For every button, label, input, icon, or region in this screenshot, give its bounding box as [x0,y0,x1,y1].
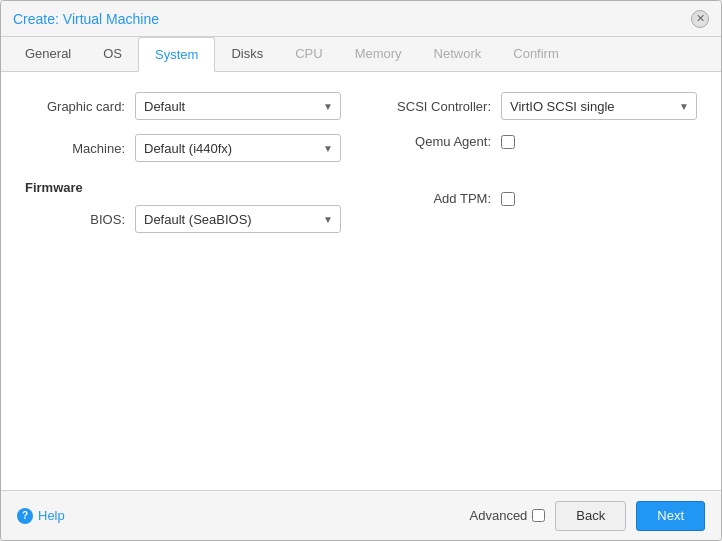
tab-network: Network [418,37,498,72]
qemu-agent-row: Qemu Agent: [381,134,697,149]
scsi-controller-label: SCSI Controller: [381,99,501,114]
machine-row: Machine: Default (i440fx) q35 ▼ [25,134,341,162]
graphic-card-label: Graphic card: [25,99,135,114]
bios-row: BIOS: Default (SeaBIOS) OVMF (UEFI) ▼ [25,205,341,233]
right-column: SCSI Controller: VirtIO SCSI single Virt… [381,92,697,247]
next-button[interactable]: Next [636,501,705,531]
content-area: Graphic card: Default VirtIO-GPU VMware … [1,72,721,490]
machine-label: Machine: [25,141,135,156]
advanced-checkbox[interactable] [532,509,545,522]
form-grid: Graphic card: Default VirtIO-GPU VMware … [25,92,697,247]
footer-right: Advanced Back Next [470,501,705,531]
add-tpm-label: Add TPM: [381,191,501,206]
main-window: Create: Virtual Machine ✕ General OS Sys… [0,0,722,541]
graphic-card-row: Graphic card: Default VirtIO-GPU VMware … [25,92,341,120]
add-tpm-row: Add TPM: [381,191,697,206]
bios-select[interactable]: Default (SeaBIOS) OVMF (UEFI) [135,205,341,233]
tab-general[interactable]: General [9,37,87,72]
footer-left: ? Help [17,508,65,524]
back-button[interactable]: Back [555,501,626,531]
tab-disks[interactable]: Disks [215,37,279,72]
bios-select-wrapper: Default (SeaBIOS) OVMF (UEFI) ▼ [135,205,341,233]
close-button[interactable]: ✕ [691,10,709,28]
scsi-controller-row: SCSI Controller: VirtIO SCSI single Virt… [381,92,697,120]
scsi-select-wrapper: VirtIO SCSI single VirtIO SCSI LSI 53C89… [501,92,697,120]
bios-label: BIOS: [25,212,135,227]
window-title: Create: Virtual Machine [13,11,159,27]
help-icon: ? [17,508,33,524]
tab-memory: Memory [339,37,418,72]
graphic-card-select[interactable]: Default VirtIO-GPU VMware compatible Ser… [135,92,341,120]
machine-select[interactable]: Default (i440fx) q35 [135,134,341,162]
help-label: Help [38,508,65,523]
tab-bar: General OS System Disks CPU Memory Netwo… [1,37,721,72]
footer: ? Help Advanced Back Next [1,490,721,540]
advanced-label[interactable]: Advanced [470,508,546,523]
add-tpm-checkbox[interactable] [501,192,515,206]
tab-system[interactable]: System [138,37,215,72]
left-column: Graphic card: Default VirtIO-GPU VMware … [25,92,341,247]
add-tpm-checkbox-wrapper [501,192,515,206]
scsi-controller-select[interactable]: VirtIO SCSI single VirtIO SCSI LSI 53C89… [501,92,697,120]
tab-os[interactable]: OS [87,37,138,72]
tab-confirm: Confirm [497,37,575,72]
graphic-card-select-wrapper: Default VirtIO-GPU VMware compatible Ser… [135,92,341,120]
help-button[interactable]: ? Help [17,508,65,524]
tab-cpu: CPU [279,37,338,72]
titlebar: Create: Virtual Machine ✕ [1,1,721,37]
qemu-agent-checkbox[interactable] [501,135,515,149]
firmware-header: Firmware [25,180,341,195]
machine-select-wrapper: Default (i440fx) q35 ▼ [135,134,341,162]
qemu-agent-checkbox-wrapper [501,135,515,149]
advanced-text: Advanced [470,508,528,523]
qemu-agent-label: Qemu Agent: [381,134,501,149]
